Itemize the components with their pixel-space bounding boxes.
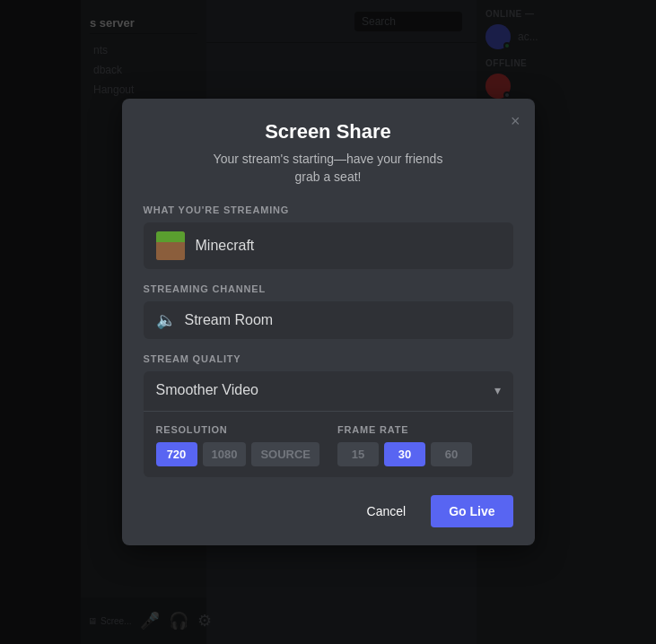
app-box: Minecraft <box>144 222 513 269</box>
streaming-app-section: WHAT YOU'RE STREAMING Minecraft <box>144 205 513 269</box>
modal-subtitle: Your stream's starting—have your friends… <box>144 151 513 186</box>
resolution-label: RESOLUTION <box>156 424 320 435</box>
screen-share-modal: × Screen Share Your stream's starting—ha… <box>122 99 535 544</box>
framerate-col: FRAME RATE 15 30 60 <box>337 424 500 466</box>
quality-box: Smoother Video ▾ RESOLUTION 720 1080 SOU… <box>144 371 513 477</box>
minecraft-icon <box>156 231 185 260</box>
quality-divider <box>144 411 513 412</box>
go-live-button[interactable]: Go Live <box>431 495 512 527</box>
speaker-icon: 🔈 <box>156 310 176 330</box>
resolution-720-button[interactable]: 720 <box>156 442 197 466</box>
streaming-channel-section: STREAMING CHANNEL 🔈 Stream Room <box>144 283 513 339</box>
cancel-button[interactable]: Cancel <box>353 495 421 527</box>
resolution-btn-group: 720 1080 SOURCE <box>156 442 320 466</box>
quality-options-row: RESOLUTION 720 1080 SOURCE FRAME RATE 15… <box>156 424 501 466</box>
streaming-channel-label: STREAMING CHANNEL <box>144 283 513 294</box>
close-button[interactable]: × <box>511 113 520 129</box>
streaming-app-label: WHAT YOU'RE STREAMING <box>144 205 513 215</box>
quality-dropdown-label: Smoother Video <box>156 382 258 398</box>
framerate-60-button[interactable]: 60 <box>431 442 472 466</box>
app-name: Minecraft <box>196 238 255 254</box>
chevron-down-icon: ▾ <box>494 383 501 397</box>
framerate-30-button[interactable]: 30 <box>384 442 425 466</box>
framerate-15-button[interactable]: 15 <box>337 442 379 466</box>
modal-overlay: × Screen Share Your stream's starting—ha… <box>0 0 656 644</box>
quality-dropdown[interactable]: Smoother Video ▾ <box>156 382 501 398</box>
framerate-label: FRAME RATE <box>337 424 500 435</box>
channel-name: Stream Room <box>185 312 274 328</box>
resolution-1080-button[interactable]: 1080 <box>203 442 247 466</box>
channel-box: 🔈 Stream Room <box>144 301 513 339</box>
resolution-col: RESOLUTION 720 1080 SOURCE <box>156 424 320 466</box>
stream-quality-section: STREAM QUALITY Smoother Video ▾ RESOLUTI… <box>144 353 513 477</box>
framerate-btn-group: 15 30 60 <box>337 442 500 466</box>
resolution-source-button[interactable]: SOURCE <box>251 442 319 466</box>
modal-title: Screen Share <box>144 120 513 144</box>
modal-footer: Cancel Go Live <box>144 495 513 527</box>
stream-quality-label: STREAM QUALITY <box>144 353 513 364</box>
